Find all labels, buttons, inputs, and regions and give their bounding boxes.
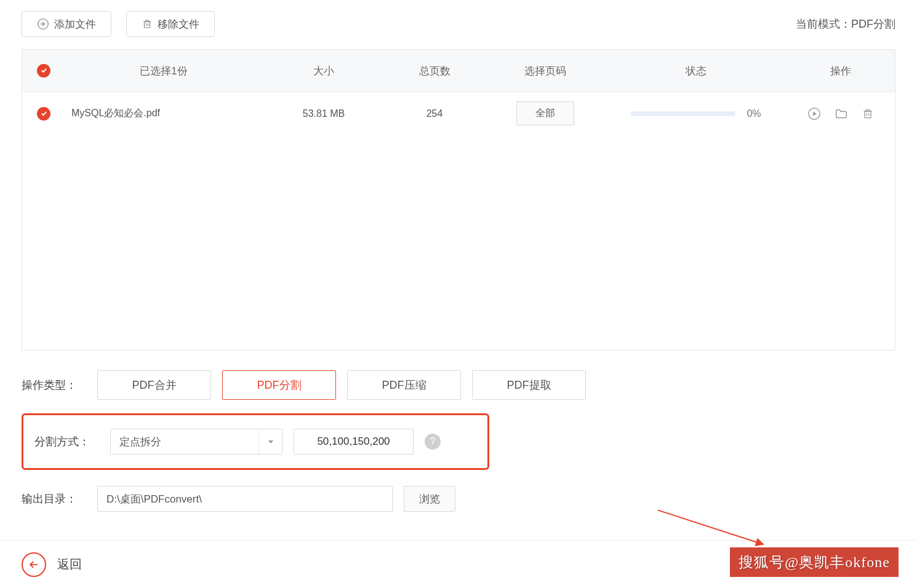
op-compress-button[interactable]: PDF压缩 [347,370,461,400]
folder-icon[interactable] [835,107,848,121]
header-actions: 操作 [785,64,895,78]
trash-icon [142,18,153,30]
row-size: 53.81 MB [262,108,385,119]
header-selected: 已选择1份 [65,64,262,78]
op-merge-button[interactable]: PDF合并 [97,370,211,400]
chevron-down-icon [258,429,282,454]
split-method-value: 定点拆分 [111,435,258,449]
operation-type-row: 操作类型： PDF合并 PDF分割 PDF压缩 PDF提取 [22,370,895,400]
header-size: 大小 [262,64,385,78]
play-icon[interactable] [807,107,821,121]
progress-bar [631,111,735,116]
output-row: 输出目录： 浏览 [22,486,895,512]
row-pages: 254 [385,108,484,119]
watermark-badge: 搜狐号@奥凯丰okfone [730,547,899,577]
svg-marker-7 [813,111,817,116]
current-mode-label: 当前模式：PDF分割 [796,17,895,31]
output-dir-input[interactable] [97,486,393,512]
delete-icon[interactable] [862,107,874,121]
check-circle-icon [37,64,50,77]
header-page-select: 选择页码 [484,64,607,78]
check-circle-icon [37,107,50,121]
file-list-panel: 已选择1份 大小 总页数 选择页码 状态 操作 MySQL必知必会.pdf 53… [22,49,895,351]
add-file-button[interactable]: 添加文件 [22,11,111,37]
header-status: 状态 [607,64,785,78]
file-table-header: 已选择1份 大小 总页数 选择页码 状态 操作 [22,50,895,92]
remove-file-label: 移除文件 [158,17,199,31]
split-method-select[interactable]: 定点拆分 [110,429,282,455]
table-row: MySQL必知必会.pdf 53.81 MB 254 全部 0% [22,92,895,135]
header-check[interactable] [22,64,65,78]
op-split-button[interactable]: PDF分割 [222,370,336,400]
svg-rect-8 [865,111,871,117]
row-status: 0% [607,108,785,119]
output-dir-label: 输出目录： [22,491,86,506]
svg-rect-3 [145,22,150,28]
split-method-label: 分割方式： [34,434,99,449]
progress-percent: 0% [747,108,761,119]
row-check[interactable] [22,107,65,121]
operation-type-label: 操作类型： [22,378,86,392]
help-icon[interactable]: ? [425,434,441,450]
split-points-input[interactable] [294,429,414,455]
svg-marker-11 [268,440,273,443]
plus-circle-icon [37,18,49,30]
back-label: 返回 [57,556,82,573]
page-select-button[interactable]: 全部 [516,101,574,125]
header-pages: 总页数 [385,64,484,78]
remove-file-button[interactable]: 移除文件 [126,11,215,37]
add-file-label: 添加文件 [54,17,96,31]
op-extract-button[interactable]: PDF提取 [472,370,586,400]
row-actions [785,107,895,121]
row-filename: MySQL必知必会.pdf [65,107,262,120]
split-settings-highlight: 分割方式： 定点拆分 ? [22,413,489,470]
arrow-left-icon [22,552,46,577]
browse-button[interactable]: 浏览 [404,486,455,512]
back-button[interactable]: 返回 [22,552,82,577]
toolbar: 添加文件 移除文件 当前模式：PDF分割 [22,11,895,37]
